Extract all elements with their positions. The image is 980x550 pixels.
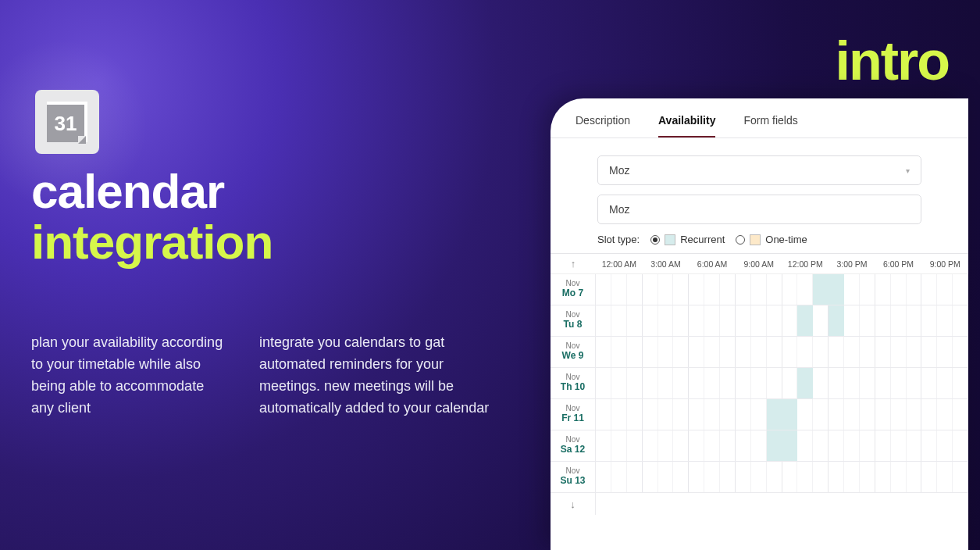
grid-cell[interactable]: [627, 305, 643, 336]
grid-cell[interactable]: [797, 274, 813, 305]
grid-cell[interactable]: [921, 274, 937, 305]
grid-cell[interactable]: [643, 368, 658, 398]
grid-cell[interactable]: [596, 305, 611, 336]
grid-cell[interactable]: [627, 274, 643, 305]
grid-cell[interactable]: [627, 337, 643, 367]
grid-cell[interactable]: [813, 337, 829, 367]
grid-cell[interactable]: [689, 337, 704, 367]
grid-cell[interactable]: [875, 274, 891, 305]
grid-cell[interactable]: [844, 430, 860, 461]
grid-cell[interactable]: [689, 430, 704, 461]
grid-cell[interactable]: [953, 274, 968, 305]
grid-cell[interactable]: [751, 399, 767, 430]
availability-slot[interactable]: [797, 305, 813, 336]
grid-cell[interactable]: [921, 337, 937, 367]
grid-cell[interactable]: [658, 368, 674, 398]
grid-cell[interactable]: [907, 462, 922, 492]
grid-cell[interactable]: [813, 399, 829, 430]
grid-cell[interactable]: [829, 462, 844, 492]
grid-cell[interactable]: [797, 337, 813, 367]
grid-cell[interactable]: [689, 462, 704, 492]
grid-cell[interactable]: [627, 462, 643, 492]
grid-cell[interactable]: [658, 399, 674, 430]
grid-cell[interactable]: [767, 368, 782, 398]
grid-cell[interactable]: [751, 462, 767, 492]
grid-cell[interactable]: [829, 368, 844, 398]
grid-cell[interactable]: [907, 399, 922, 430]
grid-cell[interactable]: [596, 337, 611, 367]
grid-cell[interactable]: [658, 305, 674, 336]
grid-cell[interactable]: [611, 337, 627, 367]
grid-cell[interactable]: [844, 305, 860, 336]
grid-cell[interactable]: [736, 368, 751, 398]
scroll-down-button[interactable]: ↓: [551, 493, 596, 515]
grid-cell[interactable]: [720, 430, 736, 461]
grid-cell[interactable]: [953, 337, 968, 367]
grid-cell[interactable]: [611, 462, 627, 492]
grid-cell[interactable]: [720, 337, 736, 367]
availability-slot[interactable]: [829, 274, 844, 305]
grid-cell[interactable]: [782, 274, 798, 305]
grid-cell[interactable]: [860, 368, 875, 398]
grid-cell[interactable]: [611, 368, 627, 398]
scroll-up-button[interactable]: ↑: [551, 258, 596, 270]
grid-cell[interactable]: [627, 399, 643, 430]
grid-cell[interactable]: [704, 462, 720, 492]
grid-cell[interactable]: [813, 368, 829, 398]
grid-cell[interactable]: [767, 462, 782, 492]
grid-cell[interactable]: [658, 274, 674, 305]
grid-cell[interactable]: [860, 462, 875, 492]
grid-cell[interactable]: [953, 368, 968, 398]
grid-cell[interactable]: [627, 430, 643, 461]
grid-cell[interactable]: [937, 274, 953, 305]
grid-cell[interactable]: [720, 462, 736, 492]
availability-slot[interactable]: [813, 274, 829, 305]
grid-cell[interactable]: [720, 368, 736, 398]
grid-cell[interactable]: [658, 462, 674, 492]
grid-cell[interactable]: [720, 399, 736, 430]
grid-cell[interactable]: [953, 430, 968, 461]
grid-cell[interactable]: [673, 462, 689, 492]
availability-slot[interactable]: [829, 305, 844, 336]
grid-cell[interactable]: [689, 368, 704, 398]
grid-cell[interactable]: [813, 462, 829, 492]
availability-slot[interactable]: [797, 368, 813, 398]
grid-cell[interactable]: [767, 305, 782, 336]
grid-cell[interactable]: [673, 305, 689, 336]
grid-cell[interactable]: [673, 368, 689, 398]
grid-cell[interactable]: [829, 430, 844, 461]
grid-cell[interactable]: [611, 274, 627, 305]
grid-cell[interactable]: [643, 462, 658, 492]
grid-cell[interactable]: [643, 274, 658, 305]
grid-cell[interactable]: [782, 462, 798, 492]
grid-cell[interactable]: [751, 368, 767, 398]
grid-cell[interactable]: [596, 274, 611, 305]
grid-cell[interactable]: [921, 368, 937, 398]
grid-cell[interactable]: [736, 399, 751, 430]
grid-cell[interactable]: [907, 368, 922, 398]
grid-cell[interactable]: [596, 430, 611, 461]
grid-cell[interactable]: [921, 305, 937, 336]
grid-cell[interactable]: [891, 399, 907, 430]
grid-cell[interactable]: [875, 462, 891, 492]
grid-cell[interactable]: [937, 462, 953, 492]
grid-cell[interactable]: [673, 399, 689, 430]
grid-cell[interactable]: [751, 305, 767, 336]
grid-cell[interactable]: [891, 462, 907, 492]
grid-cell[interactable]: [782, 368, 798, 398]
tab-form-fields[interactable]: Form fields: [743, 114, 797, 138]
grid-cell[interactable]: [844, 274, 860, 305]
grid-cell[interactable]: [797, 430, 813, 461]
grid-cell[interactable]: [736, 274, 751, 305]
grid-cell[interactable]: [643, 337, 658, 367]
grid-cell[interactable]: [689, 399, 704, 430]
grid-cell[interactable]: [627, 368, 643, 398]
grid-cell[interactable]: [611, 399, 627, 430]
tab-availability[interactable]: Availability: [658, 114, 715, 138]
grid-cell[interactable]: [643, 399, 658, 430]
slot-type-recurrent[interactable]: Recurrent: [650, 234, 725, 245]
availability-slot[interactable]: [767, 399, 798, 430]
grid-cell[interactable]: [704, 368, 720, 398]
grid-cell[interactable]: [611, 430, 627, 461]
grid-cell[interactable]: [937, 430, 953, 461]
